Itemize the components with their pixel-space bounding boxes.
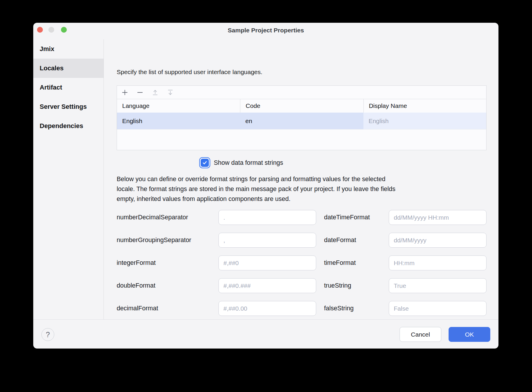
sidebar-item-dependencies[interactable]: Dependencies: [33, 116, 104, 136]
input-integerFormat[interactable]: [218, 256, 316, 270]
move-locale-down-button[interactable]: [167, 89, 174, 96]
settings-sidebar: Jmix Locales Artifact Server Settings De…: [33, 39, 104, 342]
description-line: Below you can define or override format …: [117, 174, 484, 184]
form-gap: [316, 233, 324, 248]
arrow-up-from-line-icon: [151, 89, 159, 96]
sidebar-divider: [104, 39, 104, 319]
label-dateFormat: dateFormat: [324, 233, 389, 248]
label-dateTimeFormat: dateTimeFormat: [324, 210, 389, 225]
input-decimalFormat[interactable]: [218, 301, 316, 316]
label-numberGroupingSeparator: numberGroupingSeparator: [117, 233, 218, 248]
show-data-format-strings-checkbox[interactable]: [199, 157, 210, 168]
label-numberDecimalSeparator: numberDecimalSeparator: [117, 210, 218, 225]
column-header-code: Code: [240, 99, 363, 113]
title-bar: Sample Project Properties: [33, 23, 498, 39]
cell-display-name: English: [363, 113, 486, 129]
cancel-button[interactable]: Cancel: [400, 327, 441, 342]
locales-toolbar: [117, 86, 486, 99]
checkbox-label: Show data format strings: [214, 157, 283, 168]
format-fields-form: numberDecimalSeparator dateTimeFormat nu…: [117, 210, 487, 316]
input-timeFormat[interactable]: [389, 256, 487, 270]
label-timeFormat: timeFormat: [324, 256, 389, 270]
label-falseString: falseString: [324, 301, 389, 316]
cell-language: English: [117, 113, 240, 129]
cell-code: en: [240, 113, 363, 129]
checkmark-icon: [202, 160, 208, 166]
input-dateFormat[interactable]: [389, 233, 487, 248]
input-numberDecimalSeparator[interactable]: [218, 210, 316, 225]
sidebar-item-artifact[interactable]: Artifact: [33, 78, 104, 97]
column-header-display-name: Display Name: [363, 99, 486, 113]
ok-button[interactable]: OK: [449, 327, 490, 342]
form-gap: [316, 301, 324, 316]
description-line: empty, inherited values from application…: [117, 194, 484, 204]
add-locale-button[interactable]: [121, 89, 129, 96]
input-falseString[interactable]: [389, 301, 487, 316]
form-gap: [316, 210, 324, 225]
minimize-window-button: [48, 27, 54, 33]
input-dateTimeFormat[interactable]: [389, 210, 487, 225]
page-instruction: Specify the list of supported user inter…: [117, 69, 262, 76]
sidebar-item-jmix[interactable]: Jmix: [33, 39, 104, 59]
checkbox-box: [201, 159, 209, 167]
locales-page: Specify the list of supported user inter…: [117, 39, 487, 319]
minus-icon: [136, 89, 144, 96]
input-numberGroupingSeparator[interactable]: [218, 233, 316, 248]
input-doubleFormat[interactable]: [218, 278, 316, 293]
label-decimalFormat: decimalFormat: [117, 301, 218, 316]
help-button[interactable]: ?: [41, 328, 54, 341]
project-properties-dialog: Sample Project Properties Jmix Locales A…: [33, 23, 498, 349]
sidebar-item-server-settings[interactable]: Server Settings: [33, 97, 104, 116]
input-trueString[interactable]: [389, 278, 487, 293]
plus-icon: [121, 89, 129, 96]
remove-locale-button[interactable]: [136, 89, 144, 96]
description-line: locale. The format strings are stored in…: [117, 184, 484, 194]
column-header-language: Language: [117, 99, 240, 113]
format-strings-description: Below you can define or override format …: [117, 174, 484, 204]
label-trueString: trueString: [324, 278, 389, 293]
window-title: Sample Project Properties: [33, 23, 498, 39]
close-window-button[interactable]: [37, 27, 43, 33]
sidebar-item-locales[interactable]: Locales: [33, 59, 104, 78]
zoom-window-button[interactable]: [61, 27, 67, 33]
form-gap: [316, 256, 324, 270]
table-empty-area: [117, 130, 486, 150]
table-header: Language Code Display Name: [117, 99, 486, 113]
move-locale-up-button[interactable]: [151, 89, 159, 96]
table-row-english[interactable]: English en English: [117, 113, 486, 130]
dialog-footer: ? Cancel OK: [33, 319, 498, 349]
label-doubleFormat: doubleFormat: [117, 278, 218, 293]
label-integerFormat: integerFormat: [117, 256, 218, 270]
locales-table: Language Code Display Name English en En…: [117, 85, 487, 150]
arrow-down-to-line-icon: [167, 89, 174, 96]
form-gap: [316, 278, 324, 293]
